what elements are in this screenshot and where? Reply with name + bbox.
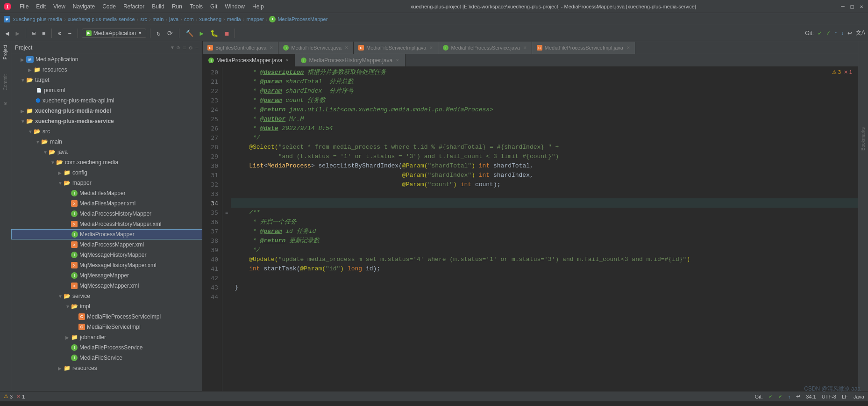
debug-button[interactable]: 🐛 bbox=[208, 28, 221, 38]
list-item[interactable]: C MediaFileProcessServiceImpl bbox=[11, 312, 202, 322]
list-item[interactable]: X MqMessageMapper.xml bbox=[11, 281, 202, 291]
list-item[interactable]: X MediaProcessHistoryMapper.xml bbox=[11, 219, 202, 229]
status-errors[interactable]: ✕ 1 bbox=[16, 393, 25, 399]
maximize-button[interactable]: □ bbox=[848, 3, 856, 10]
tab-big-files-controller[interactable]: C BigFilesController.java ✕ bbox=[203, 42, 278, 54]
status-warnings[interactable]: ⚠ 3 bbox=[4, 393, 13, 399]
breadcrumb-item-10[interactable]: MediaProcessMapper bbox=[277, 16, 327, 22]
list-item[interactable]: ▶ 📁 resources bbox=[11, 65, 202, 75]
breadcrumb-item-9[interactable]: mapper bbox=[246, 16, 263, 22]
status-encoding[interactable]: UTF-8 bbox=[822, 394, 836, 399]
stop-button[interactable]: ■ bbox=[222, 28, 231, 38]
tab-close-icon[interactable]: ✕ bbox=[345, 45, 349, 50]
list-item[interactable]: I MediaFilesMapper bbox=[11, 188, 202, 198]
panel-dropdown-icon[interactable]: ▼ bbox=[171, 45, 174, 50]
menu-refactor[interactable]: Refactor bbox=[120, 2, 148, 11]
list-item[interactable]: ▼ 📂 service bbox=[11, 291, 202, 301]
toolbar-structure[interactable]: ⊞ bbox=[30, 29, 38, 38]
tab-close-icon[interactable]: ✕ bbox=[270, 45, 273, 50]
sync-button[interactable]: ⟳ bbox=[165, 28, 175, 38]
toolbar-settings[interactable]: ⚙ bbox=[56, 29, 64, 38]
list-item[interactable]: ▼ 📂 xuecheng-plus-media-service bbox=[11, 116, 202, 126]
toolbar-minimize[interactable]: − bbox=[66, 29, 74, 38]
menu-window[interactable]: Window bbox=[221, 2, 249, 11]
list-item[interactable]: ▼ 📂 com.xuecheng.media bbox=[11, 157, 202, 167]
list-item[interactable]: ▶ 📁 config bbox=[11, 167, 202, 178]
tab-media-file-process-service[interactable]: I MediaFileProcessService.java ✕ bbox=[438, 42, 532, 54]
list-item[interactable]: ▼ 📂 java bbox=[11, 147, 202, 157]
run-button[interactable]: ▶ bbox=[198, 28, 206, 38]
toolbar-nav-fwd[interactable]: ▶ bbox=[13, 28, 21, 38]
tab-close-icon[interactable]: ✕ bbox=[626, 45, 630, 50]
menu-edit[interactable]: Edit bbox=[32, 2, 50, 11]
run-config-selector[interactable]: ▶ MediaApplication ▼ bbox=[82, 29, 146, 38]
project-tab-icon[interactable]: Project bbox=[2, 43, 9, 61]
menu-navigate[interactable]: Navigate bbox=[69, 2, 99, 11]
list-item[interactable]: X MqMessageHistoryMapper.xml bbox=[11, 260, 202, 270]
menu-view[interactable]: View bbox=[50, 2, 69, 11]
tab-close-icon[interactable]: ✕ bbox=[429, 45, 433, 50]
list-item[interactable]: ▼ 📂 impl bbox=[11, 301, 202, 312]
toolbar-nav-back[interactable]: ◀ bbox=[3, 28, 11, 38]
media-process-mapper-item[interactable]: I MediaProcessMapper bbox=[11, 229, 202, 239]
tab-media-file-process-service-impl[interactable]: C MediaFileProcessServiceImpl.java ✕ bbox=[532, 42, 635, 54]
tab-close-icon[interactable]: ✕ bbox=[285, 58, 289, 63]
menu-tools[interactable]: Tools bbox=[186, 2, 206, 11]
tab-close-icon[interactable]: ✕ bbox=[523, 45, 527, 50]
breadcrumb-item-1[interactable]: xuecheng-plus-media bbox=[13, 16, 62, 22]
list-item[interactable]: X MediaProcessMapper.xml bbox=[11, 239, 202, 250]
close-button[interactable]: ✕ bbox=[858, 3, 865, 10]
list-item[interactable]: ▶ 📁 resources bbox=[11, 363, 202, 373]
status-lang[interactable]: Java bbox=[854, 394, 864, 399]
breadcrumb-item-3[interactable]: src bbox=[140, 16, 147, 22]
list-item[interactable]: I MediaFileProcessService bbox=[11, 342, 202, 353]
breadcrumb-item-5[interactable]: java bbox=[169, 16, 178, 22]
tab-media-process-mapper-active[interactable]: I MediaProcessMapper.java ✕ bbox=[203, 54, 295, 66]
bookmarks-label[interactable]: Bookmarks bbox=[860, 125, 867, 152]
breadcrumb-item-7[interactable]: xuecheng bbox=[199, 16, 221, 22]
menu-git[interactable]: Git bbox=[206, 2, 221, 11]
status-position[interactable]: 34:1 bbox=[806, 394, 816, 399]
tab-media-file-service[interactable]: I MediaFileService.java ✕ bbox=[278, 42, 354, 54]
list-item[interactable]: X MediaFilesMapper.xml bbox=[11, 198, 202, 209]
tab-media-file-service-impl[interactable]: C MediaFileServiceImpl.java ✕ bbox=[354, 42, 438, 54]
menu-run[interactable]: Run bbox=[168, 2, 186, 11]
build-button[interactable]: 🔨 bbox=[183, 28, 196, 38]
list-item[interactable]: ▶ 📁 xuecheng-plus-media-model bbox=[11, 106, 202, 116]
toolbar-align[interactable]: ≡ bbox=[40, 29, 48, 38]
refresh-button[interactable]: ↻ bbox=[154, 28, 163, 38]
list-item[interactable]: C MediaFileServiceImpl bbox=[11, 322, 202, 332]
breadcrumb-item-6[interactable]: com bbox=[184, 16, 194, 22]
menu-code[interactable]: Code bbox=[99, 2, 120, 11]
list-item[interactable]: ▶ M MediaApplication bbox=[11, 54, 202, 65]
sidebar-icon-1[interactable]: ⊙ bbox=[3, 99, 8, 108]
list-item[interactable]: I MqMessageHistoryMapper bbox=[11, 250, 202, 260]
panel-action-settings[interactable]: ⚙ bbox=[189, 44, 192, 51]
fold-icon[interactable]: ≡ bbox=[222, 208, 231, 217]
list-item[interactable]: ▼ 📂 mapper bbox=[11, 178, 202, 188]
list-item[interactable]: I MediaProcessHistoryMapper bbox=[11, 209, 202, 219]
list-item[interactable]: I MediaFileService bbox=[11, 353, 202, 363]
commit-tab-icon[interactable]: Commit bbox=[2, 72, 9, 92]
menu-help[interactable]: Help bbox=[249, 2, 268, 11]
tab-media-process-history-mapper[interactable]: I MediaProcessHistoryMapper.java ✕ bbox=[295, 54, 406, 66]
panel-action-collapse[interactable]: ≡ bbox=[183, 44, 186, 51]
breadcrumb-item-8[interactable]: media bbox=[227, 16, 241, 22]
menu-file[interactable]: File bbox=[16, 2, 32, 11]
list-item[interactable]: 📄 pom.xml bbox=[11, 85, 202, 95]
tab-close-icon[interactable]: ✕ bbox=[396, 58, 399, 63]
panel-action-hide[interactable]: − bbox=[195, 44, 199, 51]
menu-build[interactable]: Build bbox=[148, 2, 168, 11]
breadcrumb-item-4[interactable]: main bbox=[153, 16, 164, 22]
list-item[interactable]: 🔵 xuecheng-plus-media-api.iml bbox=[11, 95, 202, 106]
breadcrumb-item-2[interactable]: xuecheng-plus-media-service bbox=[68, 16, 135, 22]
minimize-button[interactable]: ─ bbox=[839, 3, 847, 10]
panel-action-locate[interactable]: ⊕ bbox=[177, 44, 180, 51]
code-content[interactable]: * @description 根据分片参数获取待处理任务 * @param sh… bbox=[231, 67, 858, 391]
status-line-sep[interactable]: LF bbox=[842, 394, 848, 399]
list-item[interactable]: ▼ 📂 target bbox=[11, 75, 202, 85]
list-item[interactable]: I MqMessageMapper bbox=[11, 270, 202, 281]
list-item[interactable]: ▶ 📁 jobhandler bbox=[11, 332, 202, 342]
list-item[interactable]: ▼ 📂 src bbox=[11, 126, 202, 137]
list-item[interactable]: ▼ 📂 main bbox=[11, 137, 202, 147]
